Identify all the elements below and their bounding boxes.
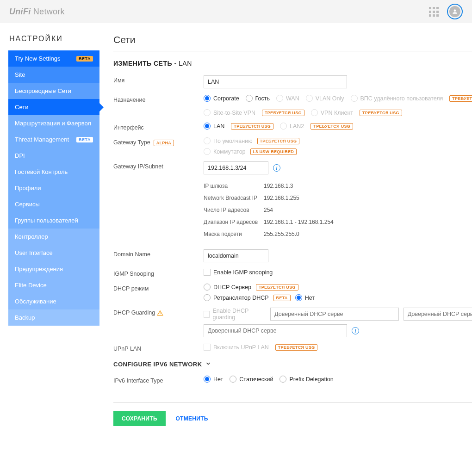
sidebar-item-label: Try New Settings <box>15 55 61 62</box>
ipv6-section-toggle[interactable]: CONFIGURE IPV6 NETWORK <box>113 360 472 368</box>
purpose-guest[interactable]: Гость <box>246 95 270 102</box>
l3-tag: L3 USW REQUIRED <box>250 148 297 155</box>
usg-tag: ТРЕБУЕТСЯ USG <box>231 123 273 130</box>
ipinfo-range-label: Диапазон IP адресов <box>204 219 264 225</box>
info-icon[interactable]: i <box>273 164 280 172</box>
sidebar-item-4[interactable]: Маршрутизация и Фаервол <box>8 115 99 131</box>
gateway-ip-input[interactable] <box>204 161 268 174</box>
ipinfo-bcast-value: 192.168.1.255 <box>264 195 299 201</box>
purpose-vpn-client: VPN Клиент <box>311 109 353 116</box>
sidebar-item-2[interactable]: Беспроводные Сети <box>8 83 99 99</box>
trusted-dhcp-1 <box>270 308 399 321</box>
ipinfo-count-label: Число IP адресов <box>204 207 264 213</box>
ipinfo-mask-label: Маска подсети <box>204 231 264 237</box>
sidebar-item-label: Гостевой Контроль <box>15 168 68 175</box>
sidebar-item-9[interactable]: Сервисы <box>8 196 99 212</box>
edit-network-title: ИЗМЕНИТЬ СЕТЬ - LAN <box>113 60 472 67</box>
usg-tag: ТРЕБУЕТСЯ USG <box>262 110 304 116</box>
purpose-vlan-only: VLAN Only <box>306 95 344 102</box>
dhcp-server[interactable]: DHCP Сервер <box>204 284 251 291</box>
ipinfo-gw-label: IP шлюза <box>204 183 264 189</box>
label-purpose: Назначение <box>113 95 204 103</box>
ipinfo-range-value: 192.168.1.1 - 192.168.1.254 <box>264 219 334 225</box>
sidebar-item-label: Обслуживание <box>15 298 56 305</box>
sidebar-item-0[interactable]: Try New SettingsБЕТА <box>8 50 99 67</box>
beta-badge: БЕТА <box>76 137 93 142</box>
interface-lan[interactable]: LAN <box>204 123 224 130</box>
user-avatar[interactable] <box>447 4 463 19</box>
sidebar-item-label: Маршрутизация и Фаервол <box>15 120 91 127</box>
sidebar-item-6[interactable]: DPI <box>8 148 99 164</box>
ipv6-prefix[interactable]: Prefix Delegation <box>279 376 333 383</box>
ipv6-static[interactable]: Статический <box>230 376 273 383</box>
top-bar: UniFi Network <box>0 0 472 23</box>
usg-tag: ТРЕБУЕТСЯ USG <box>256 284 298 291</box>
sidebar-item-16[interactable]: Backup <box>8 309 99 326</box>
network-name-input[interactable] <box>204 75 347 88</box>
sidebar-item-label: Беспроводные Сети <box>15 87 71 94</box>
ipinfo-mask-value: 255.255.255.0 <box>264 231 299 237</box>
ipv6-none[interactable]: Нет <box>204 376 223 383</box>
sidebar-item-label: Предупреждения <box>15 266 63 272</box>
sidebar-item-12[interactable]: User Interface <box>8 245 99 261</box>
settings-sidebar: НАСТРОЙКИ Try New SettingsБЕТАSiteБеспро… <box>0 23 99 445</box>
domain-name-input[interactable] <box>204 249 268 262</box>
usg-tag: ТРЕБУЕТСЯ USG <box>275 344 318 351</box>
label-dhcp-mode: DHCP режим <box>113 284 204 292</box>
save-button[interactable]: СОХРАНИТЬ <box>113 411 166 426</box>
label-upnp: UPnP LAN <box>113 344 204 352</box>
label-gateway-type: Gateway Type ALPHA <box>113 137 204 146</box>
sidebar-item-label: Группы пользователей <box>15 217 78 224</box>
sidebar-item-10[interactable]: Группы пользователей <box>8 212 99 229</box>
sidebar-item-1[interactable]: Site <box>8 67 99 83</box>
sidebar-item-3[interactable]: Сети <box>8 99 99 115</box>
sidebar-item-label: User Interface <box>15 249 53 256</box>
sidebar-item-label: Elite Device <box>15 282 47 289</box>
gw-default: По умолчанию <box>204 137 253 144</box>
sidebar-item-11[interactable]: Контроллер <box>8 229 99 245</box>
purpose-remote-vpn: ВПС удалённого пользователя <box>351 95 443 102</box>
sidebar-item-8[interactable]: Профили <box>8 180 99 196</box>
label-interface: Интерфейс <box>113 123 204 131</box>
sidebar-item-label: Site <box>15 71 25 78</box>
igmp-checkbox[interactable]: Enable IGMP snooping <box>204 269 273 276</box>
label-ipv6-type: IPv6 Interface Type <box>113 376 204 384</box>
label-dhcp-guard: DHCP Guarding <box>113 308 204 316</box>
sidebar-item-5[interactable]: Threat ManagementБЕТА <box>8 131 99 148</box>
chevron-down-icon <box>205 360 211 368</box>
sidebar-item-label: Backup <box>15 314 35 321</box>
beta-tag: БЕТА <box>273 295 291 301</box>
ipinfo-count-value: 254 <box>264 207 273 213</box>
sidebar-item-label: Сети <box>15 104 28 111</box>
sidebar-item-14[interactable]: Elite Device <box>8 277 99 293</box>
purpose-site-to-site: Site-to-Site VPN <box>204 109 255 116</box>
sidebar-item-label: DPI <box>15 152 25 159</box>
sidebar-item-13[interactable]: Предупреждения <box>8 261 99 277</box>
ipinfo-gw-value: 192.168.1.3 <box>264 183 293 189</box>
label-domain: Domain Name <box>113 249 204 258</box>
ipinfo-bcast-label: Network Broadcast IP <box>204 195 264 201</box>
purpose-corporate[interactable]: Corporate <box>204 95 239 102</box>
label-gw-ip: Gateway IP/Subnet <box>113 161 204 170</box>
apps-icon[interactable] <box>429 7 439 17</box>
sidebar-item-label: Профили <box>15 185 41 192</box>
trusted-dhcp-3 <box>204 324 347 337</box>
sidebar-item-label: Контроллер <box>15 233 48 240</box>
info-icon[interactable]: i <box>352 327 359 334</box>
dhcp-none[interactable]: Нет <box>295 294 315 301</box>
sidebar-item-label: Сервисы <box>15 201 40 208</box>
upnp-checkbox: Включить UPnP LAN <box>204 344 269 351</box>
sidebar-item-15[interactable]: Обслуживание <box>8 293 99 309</box>
sidebar-item-7[interactable]: Гостевой Контроль <box>8 164 99 180</box>
beta-badge: БЕТА <box>76 56 93 62</box>
sidebar-title: НАСТРОЙКИ <box>8 35 99 43</box>
sidebar-item-label: Threat Management <box>15 136 69 143</box>
dhcp-relay[interactable]: Ретранслятор DHCP <box>204 294 269 301</box>
label-name: Имя <box>113 75 204 84</box>
warning-icon <box>157 309 163 316</box>
label-igmp: IGMP Snooping <box>113 269 204 277</box>
purpose-wan: WAN <box>276 95 299 102</box>
usg-tag: ТРЕБУЕТСЯ USG <box>360 110 402 116</box>
cancel-button[interactable]: ОТМЕНИТЬ <box>167 411 216 426</box>
dhcp-guard-checkbox: Enable DHCP guarding <box>204 308 266 321</box>
